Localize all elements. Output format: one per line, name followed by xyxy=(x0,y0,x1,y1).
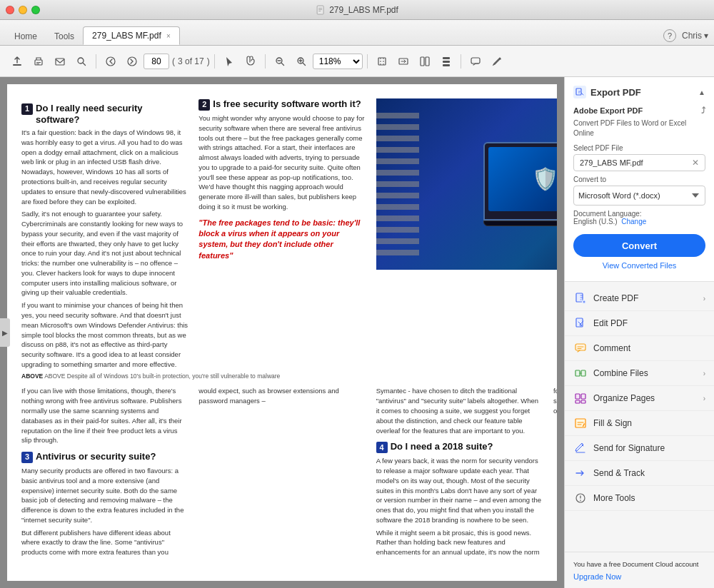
combine-files-chevron: › xyxy=(703,370,705,377)
toolbar-separator-1 xyxy=(96,54,96,69)
search-button[interactable] xyxy=(71,51,91,71)
organize-pages-chevron: › xyxy=(703,395,705,402)
scroll-mode-button[interactable] xyxy=(436,51,456,71)
tab-close-btn[interactable]: × xyxy=(166,32,171,40)
document-tab[interactable]: 279_LABS MF.pdf × xyxy=(83,26,180,45)
svg-point-11 xyxy=(128,57,136,66)
comment-tool-icon xyxy=(573,341,588,355)
prev-page-button[interactable] xyxy=(101,51,121,71)
svg-rect-32 xyxy=(581,400,585,403)
cursor-icon xyxy=(223,56,235,67)
maximize-button[interactable] xyxy=(31,6,40,14)
tool-organize-pages[interactable]: Organize Pages › xyxy=(565,386,714,411)
page-total-text: 3 of 17 xyxy=(178,56,204,66)
zoom-in-button[interactable] xyxy=(291,51,311,71)
draw-button[interactable] xyxy=(487,51,507,71)
select-file-label: Select PDF File xyxy=(573,144,705,152)
svg-point-9 xyxy=(78,58,84,64)
tool-fill-sign[interactable]: Fill & Sign xyxy=(565,411,714,436)
svg-rect-16 xyxy=(421,57,424,66)
comment-svg xyxy=(574,342,587,355)
tool-comment[interactable]: Comment xyxy=(565,336,714,361)
fill-sign-label: Fill & Sign xyxy=(593,418,705,428)
section-2-num: 2 xyxy=(198,99,210,111)
upgrade-link[interactable]: Upgrade Now xyxy=(573,572,621,581)
comment-button[interactable] xyxy=(466,51,486,71)
adobe-export-title: Adobe Export PDF ⤴ xyxy=(573,106,705,116)
upload-icon xyxy=(11,56,23,67)
change-language-link[interactable]: Change xyxy=(621,218,646,225)
tool-edit-pdf[interactable]: Edit PDF xyxy=(565,311,714,336)
edit-pdf-icon xyxy=(573,316,588,330)
export-section: Export PDF ▲ Adobe Export PDF ⤴ Convert … xyxy=(565,77,714,282)
hand-tool-button[interactable] xyxy=(241,51,261,71)
convert-button[interactable]: Convert xyxy=(573,234,705,257)
page-input-group: 80 ( 3 of 17 ) xyxy=(144,54,210,69)
svg-rect-7 xyxy=(36,64,39,64)
fit-width-button[interactable] xyxy=(393,51,413,71)
laptop-base xyxy=(483,220,557,226)
export-pdf-icon xyxy=(575,88,584,96)
fit-width-icon xyxy=(398,56,409,67)
svg-rect-29 xyxy=(575,394,580,399)
traffic-lights xyxy=(6,6,40,14)
email-button[interactable] xyxy=(50,51,70,71)
tool-send-track[interactable]: Send & Track xyxy=(565,461,714,486)
prev-page-icon xyxy=(105,56,116,67)
svg-rect-33 xyxy=(575,419,585,427)
toolbar-separator-5 xyxy=(461,54,461,69)
titlebar: 279_LABS MF.pdf xyxy=(0,0,714,20)
zoom-select[interactable]: 75% 100% 118% 125% 150% 200% xyxy=(313,54,363,69)
cursor-tool-button[interactable] xyxy=(219,51,239,71)
tool-combine-files[interactable]: Combine Files › xyxy=(565,361,714,386)
minimize-button[interactable] xyxy=(19,6,27,14)
send-signature-label: Send for Signature xyxy=(593,443,705,453)
convert-to-select[interactable]: Microsoft Word (*.docx) Microsoft Excel … xyxy=(573,186,705,206)
send-signature-icon xyxy=(573,441,588,455)
tabbar: Home Tools 279_LABS MF.pdf × ? Chris ▾ xyxy=(0,20,714,46)
comment-icon xyxy=(470,56,481,67)
svg-rect-28 xyxy=(581,370,585,376)
section-2-title: Is free security software worth it? xyxy=(213,98,361,110)
svg-rect-14 xyxy=(378,58,386,65)
next-page-button[interactable] xyxy=(122,51,142,71)
email-icon xyxy=(54,56,66,67)
share-icon[interactable]: ⤴ xyxy=(701,106,705,116)
tools-tab[interactable]: Tools xyxy=(46,28,83,45)
print-button[interactable] xyxy=(29,51,49,71)
section-1-body-2: Sadly, it's not enough to guarantee your… xyxy=(21,209,188,298)
adobe-export-sub: Convert PDF Files to Word or Excel Onlin… xyxy=(573,118,705,138)
user-button[interactable]: Chris ▾ xyxy=(682,31,708,41)
page-number-input[interactable]: 80 xyxy=(144,54,169,69)
tool-create-pdf[interactable]: Create PDF › xyxy=(565,286,714,311)
scroll-mode-icon xyxy=(441,56,452,67)
hand-icon xyxy=(245,56,256,67)
zoom-out-button[interactable] xyxy=(270,51,290,71)
laptop-body: 🛡️ xyxy=(483,142,557,220)
pdf-icon xyxy=(316,5,326,15)
section-2-header: 2 Is free security software worth it? xyxy=(198,98,365,111)
tool-send-signature[interactable]: Send for Signature xyxy=(565,436,714,461)
fit-page-button[interactable] xyxy=(372,51,392,71)
svg-rect-3 xyxy=(318,11,321,11)
svg-rect-17 xyxy=(426,57,429,66)
help-button[interactable]: ? xyxy=(663,29,676,42)
toolbar-separator-2 xyxy=(214,54,215,69)
pull-quote: "The free packages tend to be basic: the… xyxy=(198,218,365,262)
page-view-button[interactable] xyxy=(415,51,435,71)
create-pdf-chevron: › xyxy=(703,295,705,303)
svg-rect-6 xyxy=(36,62,41,63)
section-4-body: A few years back, it was the norm for se… xyxy=(376,456,543,524)
tool-more-tools[interactable]: More Tools xyxy=(565,486,714,511)
export-collapse-btn[interactable]: ▲ xyxy=(698,88,705,96)
section-3-title: Antivirus or security suite? xyxy=(391,335,511,346)
page-view-icon xyxy=(419,56,431,67)
clear-file-button[interactable]: ✕ xyxy=(692,158,699,168)
view-converted-link[interactable]: View Converted Files xyxy=(573,261,705,270)
upload-button[interactable] xyxy=(7,51,27,71)
sidebar-toggle[interactable]: ▶ xyxy=(0,318,10,347)
home-tab[interactable]: Home xyxy=(6,28,46,45)
close-button[interactable] xyxy=(6,6,14,14)
more-tools-icon xyxy=(573,491,588,505)
laptop-screen: 🛡️ xyxy=(488,147,557,211)
